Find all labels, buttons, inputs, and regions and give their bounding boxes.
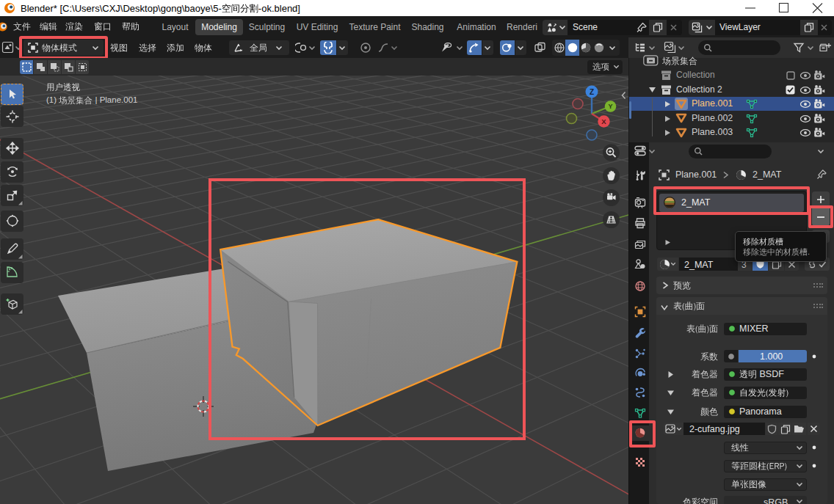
svg-text:Z: Z bbox=[590, 88, 594, 96]
svg-text:Y: Y bbox=[608, 103, 612, 110]
svg-text:X: X bbox=[601, 117, 606, 125]
